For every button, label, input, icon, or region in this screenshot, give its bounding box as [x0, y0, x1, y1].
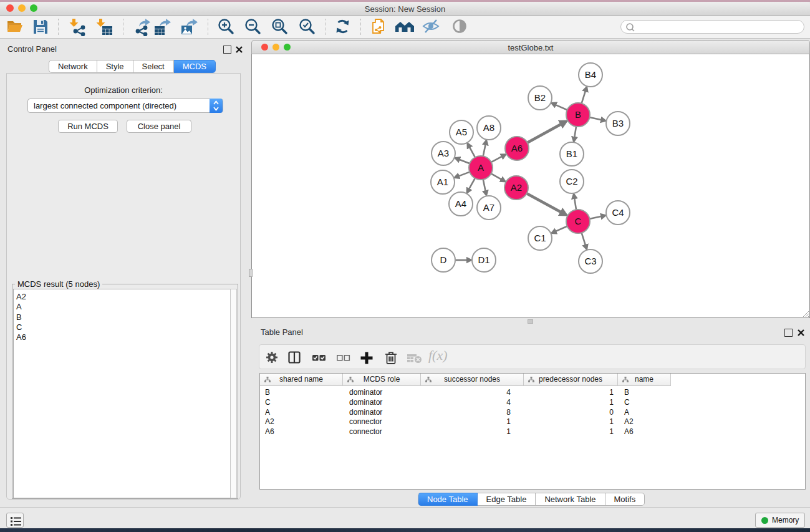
table-tab-node-table[interactable]: Node Table [418, 493, 478, 506]
delete-column-icon[interactable] [383, 350, 398, 369]
cell: A2 [265, 417, 274, 427]
column-header-shared-name[interactable]: shared name [260, 374, 343, 386]
zoom-fit-icon[interactable] [271, 17, 289, 39]
cell: dominator [349, 388, 382, 398]
function-builder-icon[interactable]: f(x) [428, 347, 448, 364]
table-tab-motifs[interactable]: Motifs [605, 493, 645, 506]
column-header-name[interactable]: name [618, 374, 671, 386]
import-network-icon[interactable] [67, 17, 87, 39]
refresh-icon[interactable] [334, 17, 352, 39]
result-item[interactable]: A [16, 302, 230, 312]
export-table-icon[interactable] [153, 17, 173, 39]
zoom-selected-icon[interactable] [298, 17, 317, 39]
cell: A [265, 408, 270, 418]
cell: 0 [524, 408, 614, 418]
node-label: B2 [534, 92, 546, 103]
network-window-title: testGlobe.txt [252, 43, 809, 52]
import-table-icon[interactable] [94, 17, 114, 39]
cell: A2 [624, 417, 634, 427]
home-layout-icon[interactable] [394, 17, 415, 39]
cell: A6 [265, 427, 274, 437]
status-bar: Memory [0, 507, 810, 528]
result-item[interactable]: C [16, 322, 230, 332]
show-graphics-icon[interactable] [450, 17, 469, 39]
column-header-MCDS-role[interactable]: MCDS role [343, 374, 421, 386]
result-scrollbar[interactable] [230, 289, 237, 498]
add-column-icon[interactable] [359, 350, 375, 369]
control-panel-close-icon[interactable] [235, 46, 243, 54]
column-header-successor-nodes[interactable]: successor nodes [421, 374, 524, 386]
control-panel-float-icon[interactable] [223, 46, 231, 54]
table-row-C[interactable]: Cdominator41C [260, 398, 805, 408]
select-all-icon[interactable] [311, 350, 327, 367]
mcds-result-list: A2ABCA6 [13, 289, 231, 498]
table-panel-float-icon[interactable] [784, 329, 793, 337]
table-row-B[interactable]: Bdominator41B [260, 388, 805, 398]
cell: 1 [524, 398, 614, 408]
task-history-button[interactable] [6, 513, 24, 528]
dropdown-stepper-icon [210, 99, 223, 113]
run-mcds-button[interactable]: Run MCDS [58, 120, 118, 133]
node-label: C [575, 216, 582, 226]
zoom-in-icon[interactable] [217, 17, 236, 39]
mcds-panel: Optimization criterion: largest connecte… [6, 73, 241, 500]
save-session-icon[interactable] [31, 17, 50, 39]
criterion-dropdown[interactable]: largest connected component (directed) [27, 99, 223, 113]
export-network-icon[interactable] [132, 17, 152, 39]
column-type-icon [347, 377, 354, 383]
cell: 8 [421, 408, 511, 418]
node-label: A5 [456, 127, 467, 137]
cell: 1 [524, 427, 614, 437]
result-item[interactable]: A2 [16, 292, 230, 302]
column-type-icon [528, 377, 534, 383]
table-tab-edge-table[interactable]: Edge Table [478, 493, 536, 506]
node-label: B4 [585, 69, 596, 80]
control-tab-select[interactable]: Select [133, 60, 174, 73]
control-tab-style[interactable]: Style [97, 60, 133, 73]
node-label: A8 [483, 122, 494, 133]
table-row-A[interactable]: Adominator80A [260, 408, 805, 418]
search-input[interactable] [620, 20, 804, 34]
edge-A2-C[interactable] [525, 193, 561, 212]
control-tab-network[interactable]: Network [49, 60, 97, 73]
window-resize-handle[interactable] [802, 310, 809, 317]
result-item[interactable]: B [16, 312, 230, 322]
hide-graphics-icon[interactable] [422, 17, 440, 39]
gear-icon[interactable] [264, 350, 279, 367]
control-tab-mcds[interactable]: MCDS [174, 60, 216, 73]
node-label: A7 [483, 202, 494, 213]
cell: B [265, 388, 270, 398]
clone-network-icon[interactable] [369, 17, 388, 39]
node-label: A4 [455, 198, 466, 209]
split-columns-icon[interactable] [287, 350, 302, 367]
column-type-icon [425, 377, 432, 383]
zoom-out-icon[interactable] [244, 17, 263, 39]
node-label: B1 [566, 148, 577, 159]
export-image-icon[interactable] [180, 17, 200, 39]
node-label: A3 [438, 148, 449, 158]
column-type-icon [622, 377, 629, 383]
table-row-A6[interactable]: A6connector11A6 [260, 427, 805, 437]
node-label: C3 [584, 256, 596, 266]
criterion-dropdown-value: largest connected component (directed) [34, 101, 176, 110]
cell: 4 [421, 398, 511, 408]
table-tab-network-table[interactable]: Network Table [536, 493, 605, 506]
memory-button[interactable]: Memory [755, 513, 805, 528]
edge-A6-B[interactable] [526, 124, 561, 143]
splitter-handle[interactable] [528, 319, 533, 324]
node-label: A1 [437, 177, 448, 187]
panel-edge-handle[interactable] [249, 269, 253, 277]
delete-table-icon[interactable] [406, 350, 423, 367]
table-row-A2[interactable]: A2connector11A2 [260, 417, 805, 427]
unselect-all-icon[interactable] [335, 350, 352, 367]
mcds-result-box: MCDS result (5 nodes) A2ABCA6 [12, 284, 238, 499]
cell: A6 [624, 427, 634, 437]
result-item[interactable]: A6 [16, 332, 230, 342]
column-header-predecessor-nodes[interactable]: predecessor nodes [524, 374, 618, 386]
control-tabs: NetworkStyleSelectMCDS [49, 60, 216, 73]
cell: A [624, 408, 629, 418]
table-panel-close-icon[interactable] [797, 329, 805, 337]
cell: connector [349, 417, 382, 427]
open-folder-icon[interactable] [5, 17, 24, 39]
close-panel-button[interactable]: Close panel [127, 120, 191, 133]
